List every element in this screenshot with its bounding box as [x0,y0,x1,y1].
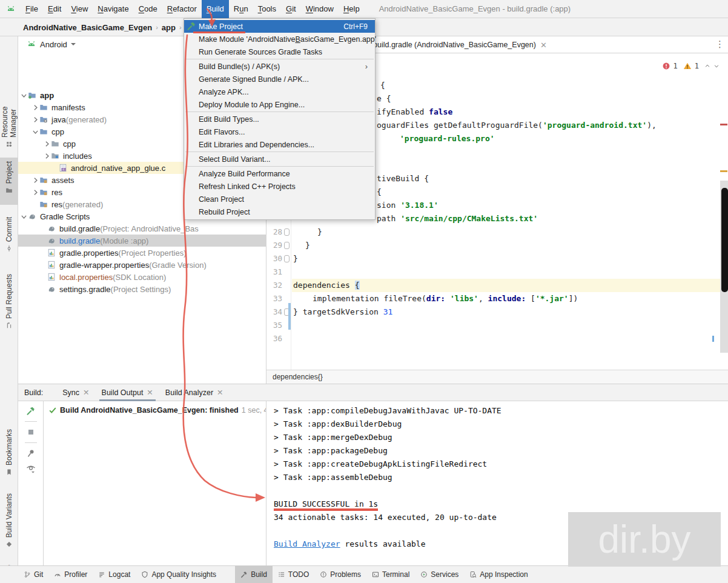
tool-window-button-app-inspection[interactable]: App Inspection [464,566,533,583]
breadcrumb-module[interactable]: app [162,23,176,32]
menu-item-edit-libraries-and-dependencies[interactable]: Edit Libraries and Dependencies... [184,138,375,151]
menu-item-build-bundle-s-apk-s[interactable]: Build Bundle(s) / APK(s)› [184,60,375,73]
tool-window-button-pull-requests[interactable]: Pull Requests [0,270,18,333]
menu-item-run-generate-sources-gradle-tasks[interactable]: Run Generate Sources Gradle Tasks [184,45,375,58]
stop-icon[interactable] [26,427,36,437]
chevron-right-icon[interactable] [31,176,39,184]
hammer-green [187,21,196,31]
menu-item-edit-flavors[interactable]: Edit Flavors... [184,125,375,138]
build-tree-root[interactable]: Build AndroidNative_BasicGame_Evgen: fin… [44,401,266,415]
menu-item-clean-project[interactable]: Clean Project [184,193,375,205]
menu-git[interactable]: Git [281,0,301,18]
tool-window-button-bookmarks[interactable]: Bookmarks [0,425,18,481]
tree-item-build-gradle-module-app[interactable]: build.gradle (Module :app) [18,235,266,247]
project-view-selector[interactable]: Android [27,39,76,49]
menu-item-generate-signed-bundle-apk[interactable]: Generate Signed Bundle / APK... [184,73,375,85]
tool-window-button-build-variants[interactable]: Build Variants [0,490,18,558]
folder-inc [51,152,59,160]
line-number: 34 [266,305,282,319]
menu-run[interactable]: Run [229,0,253,18]
menu-window[interactable]: Window [301,0,339,18]
todo-list [278,571,285,578]
build-tab-build-output[interactable]: Build Output✕ [96,384,159,401]
editor-tab[interactable]: build.gradle (AndroidNative_BasicGame_Ev… [369,36,551,53]
close-icon[interactable]: ✕ [83,388,89,397]
line-number: 28 [266,225,282,239]
fold-marker-icon[interactable] [284,228,290,236]
editor-breadcrumb[interactable]: dependencies{} [266,370,728,384]
menu-build[interactable]: Build [202,0,229,18]
close-icon[interactable]: ✕ [540,41,547,50]
tool-window-button-app-quality-insights[interactable]: App Quality Insights [136,566,222,583]
line-number: 36 [266,332,282,345]
menu-file[interactable]: File [21,0,43,18]
breadcrumb-project[interactable]: AndroidNative_BasicGame_Evgen [23,23,152,32]
build-tab-sync[interactable]: Sync✕ [56,384,95,401]
build-tab-build-analyzer[interactable]: Build Analyzer✕ [159,384,230,401]
tree-item-settings-gradle-project-settings[interactable]: settings.gradle (Project Settings) [18,283,266,295]
tool-window-button-build[interactable]: Build [235,566,273,583]
fold-marker-icon[interactable] [284,255,290,262]
chevron-down-icon[interactable] [31,128,39,136]
tree-item-label: java [51,115,66,124]
hammer-gray [240,571,248,578]
chevron-down-icon[interactable] [20,92,28,99]
chevron-down-icon[interactable] [20,213,28,221]
menu-item-deploy-module-to-app-engine[interactable]: Deploy Module to App Engine... [184,98,375,111]
tool-window-button-todo[interactable]: TODO [273,566,314,583]
menu-item-analyze-build-performance[interactable]: Analyze Build Performance [184,167,375,180]
pin-icon[interactable] [26,448,36,458]
menu-code[interactable]: Code [134,0,162,18]
tree-item-gradle-wrapper-properties-gradle-version[interactable]: gradle-wrapper.properties (Gradle Versio… [18,259,266,271]
close-icon[interactable]: ✕ [147,388,153,397]
chevron-right-icon[interactable] [31,104,39,112]
menu-navigate[interactable]: Navigate [93,0,133,18]
tool-window-label: Problems [330,570,361,579]
tool-window-button-git[interactable]: Git [18,566,48,583]
menu-item-select-build-variant[interactable]: Select Build Variant... [184,153,375,165]
close-icon[interactable]: ✕ [217,388,223,397]
folder-res [39,200,48,208]
chevron-right-icon[interactable] [43,140,51,148]
tool-window-button-terminal[interactable]: Terminal [366,566,415,583]
tool-window-button-problems[interactable]: Problems [314,566,366,583]
chevron-down-icon[interactable] [713,63,720,69]
rerun-build-icon[interactable] [26,406,36,416]
tool-window-button-profiler[interactable]: Profiler [48,566,93,583]
eye-filter-icon[interactable] [26,464,36,473]
tool-window-button-resource-manager[interactable]: Resource Manager [0,75,18,152]
menu-refactor[interactable]: Refactor [162,0,202,18]
tool-window-button-project[interactable]: Project [0,158,18,205]
error-stripe-mark[interactable] [720,124,727,125]
menu-item-analyze-apk[interactable]: Analyze APK... [184,85,375,98]
build-analyzer-link[interactable]: Build Analyzer [274,539,340,548]
warning-stripe-mark[interactable] [720,170,727,172]
build-panel-label: Build: [24,388,43,397]
tool-window-button-logcat[interactable]: Logcat [93,566,136,583]
chevron-right-icon[interactable] [43,152,51,160]
tool-window-button-commit[interactable]: Commit [0,213,18,263]
menu-item-refresh-linked-c-projects[interactable]: Refresh Linked C++ Projects [184,180,375,193]
shield [141,571,148,578]
tree-item-gradle-properties-project-properties[interactable]: gradle.properties (Project Properties) [18,247,266,259]
fold-marker-icon[interactable] [284,242,290,249]
menu-item-edit-build-types[interactable]: Edit Build Types... [184,113,375,125]
more-options-icon[interactable]: ⋮ [715,39,724,50]
menu-edit[interactable]: Edit [43,0,66,18]
chevron-right-icon[interactable] [31,188,39,196]
menu-item-make-project[interactable]: Make ProjectCtrl+F9 [184,20,375,33]
menu-help[interactable]: Help [339,0,365,18]
chevron-right-icon[interactable] [31,116,39,124]
scrollbar-thumb[interactable] [721,188,728,292]
inspection-widget[interactable]: 1 1 [662,62,720,70]
menu-view[interactable]: View [66,0,93,18]
chevron-up-icon[interactable] [704,63,710,69]
menu-tools[interactable]: Tools [253,0,281,18]
menu-item-make-module-androidnativebasicgame-evgen-app[interactable]: Make Module 'AndroidNativeBasicGame_Evge… [184,33,375,45]
tree-item-build-gradle-project-androidnative-bas[interactable]: build.gradle (Project: AndroidNative_Bas [18,222,266,235]
line-number: 32 [266,279,282,292]
tool-window-button-services[interactable]: Services [415,566,464,583]
tree-item-local-properties-sdk-location[interactable]: local.properties (SDK Location) [18,271,266,283]
menu-item-rebuild-project[interactable]: Rebuild Project [184,205,375,218]
tool-window-label: Pull Requests [5,274,13,319]
